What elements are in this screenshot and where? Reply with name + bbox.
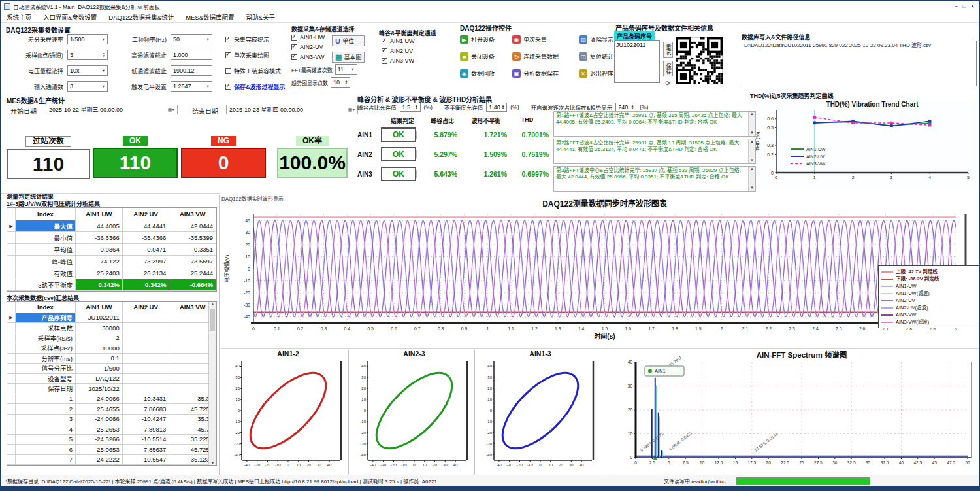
serial-input[interactable]: JU1022011 xyxy=(614,40,660,83)
table-row[interactable]: 保存日期2025/10/22 xyxy=(7,384,216,394)
menu-item-1[interactable]: 入口界面&参数设置 xyxy=(43,12,97,22)
table-row[interactable]: 1-24.0066-10.343135.35 xyxy=(7,394,216,405)
param-control-spin[interactable]: 3▲▼ xyxy=(67,50,108,60)
param-control-select[interactable]: 1.2647▼ xyxy=(171,81,212,92)
thd-control-spinner[interactable]: 240▲▼ xyxy=(615,103,636,112)
thd-table-row[interactable]: AIN3OK5.643%1.261%0.6997% xyxy=(357,167,553,181)
refresh-icon[interactable]: ⟳ xyxy=(665,80,670,87)
checkbox-icon[interactable] xyxy=(291,35,297,41)
divider xyxy=(219,195,220,477)
svg-text:-20: -20 xyxy=(244,290,250,295)
table-row[interactable]: ▶产品序列号JU1022011 xyxy=(7,313,216,324)
checkbox-icon[interactable] xyxy=(225,84,231,90)
cell-value: 30000 xyxy=(76,323,123,333)
end-date-picker[interactable]: 2025-10-23 星期四 00:00:00▦▾ xyxy=(226,105,358,114)
param-control-input[interactable]: 1.000 xyxy=(171,50,212,60)
scrollbar[interactable]: ▲▼ xyxy=(748,139,755,163)
table-row[interactable]: 有效值25.240326.313425.2444 xyxy=(7,267,216,279)
table-row[interactable]: 分辨率(ms)0.1 xyxy=(7,354,216,364)
table-row[interactable]: 采样点(3-2)10000 xyxy=(7,343,216,354)
save-button[interactable]: 保存 xyxy=(663,61,673,76)
window-control-2[interactable]: ✕ xyxy=(970,3,975,9)
scrollbar[interactable]: ▲▼ xyxy=(748,167,755,191)
legend-entry: 下限: -36.2V 判定线 xyxy=(881,275,979,282)
start-date-picker[interactable]: 2025-10-22 星期三 00:00:00▦▾ xyxy=(46,105,178,114)
analysis-log-1[interactable]: 第1路FFT谐波&占空比统计完毕: 25991 点, 基频 315 周期, 26… xyxy=(553,111,756,137)
continuous-capture-button[interactable]: ↻连续采集数据 xyxy=(512,52,578,61)
table-row[interactable]: 225.46557.8668345.7252 xyxy=(7,404,216,415)
checkbox-icon[interactable] xyxy=(291,44,297,50)
thd-control-spinner[interactable]: 1.5▲▼ xyxy=(400,103,421,112)
param-control-select[interactable]: 10x▼ xyxy=(67,65,108,76)
open-device-button[interactable]: ▶打开设备 xyxy=(460,35,511,44)
analysis-log-2[interactable]: 第2路FFT谐波&占空比统计完毕: 25991 点, 基频 13 周期, 315… xyxy=(553,139,756,164)
menu-item-4[interactable]: 帮助&关于 xyxy=(246,12,275,22)
table-row[interactable]: 采样率(kS/s)2 xyxy=(7,333,216,344)
thd-control-spinner[interactable]: 1.40▲▼ xyxy=(486,103,507,112)
button-label: 单次采集 xyxy=(523,35,547,44)
checkbox-icon[interactable] xyxy=(225,37,231,42)
checkbox-icon[interactable] xyxy=(382,39,387,44)
table-row[interactable]: 信号分压比1/500 xyxy=(7,364,216,374)
svg-text:-10: -10 xyxy=(527,463,533,467)
scrollbar[interactable]: ▲▼ xyxy=(748,112,755,136)
close-device-button[interactable]: ■关闭设备 xyxy=(460,52,511,61)
svg-text:0.4: 0.4 xyxy=(344,326,351,331)
param-control-select[interactable]: 3▼ xyxy=(67,81,108,92)
table-row[interactable]: 5-24.5266-10.551435.2257 xyxy=(7,435,216,445)
checkbox-icon[interactable] xyxy=(225,52,231,58)
chart-button[interactable]: ▦基本图 xyxy=(332,52,365,63)
svg-text:0.6: 0.6 xyxy=(391,326,397,331)
thd-table-row[interactable]: AIN1OK5.879%1.721%0.7001% xyxy=(357,127,553,142)
param-control-input[interactable]: 1900.12 xyxy=(171,65,212,76)
table-row[interactable]: 设备型号DAQ122 xyxy=(7,374,216,384)
checkbox-icon[interactable] xyxy=(291,54,297,60)
trend-points-spinner[interactable]: 10▲▼ xyxy=(331,77,350,88)
table-row[interactable]: 采样点数30000 xyxy=(7,323,216,333)
chevron-down-icon: ▼ xyxy=(100,37,105,41)
spinner-arrows-icon: ▲▼ xyxy=(345,80,348,85)
menu-item-3[interactable]: MES&数据库配置 xyxy=(186,12,234,22)
menu-item-2[interactable]: DAQ122数据采集&统计 xyxy=(108,12,174,22)
table-row[interactable]: 峰-峰值74.12273.399773.5697 xyxy=(7,256,216,267)
window-control-0[interactable]: − xyxy=(955,3,958,9)
counter-value: 100.0% xyxy=(277,148,348,178)
menu-item-0[interactable]: 系统主页 xyxy=(7,12,31,22)
table-row[interactable]: ▶最大值44.400544.444142.0444 xyxy=(7,220,216,232)
checkbox-label[interactable]: 保存&波形过程显示 xyxy=(234,82,286,91)
judge-checkbox-row: AIN1 UW xyxy=(382,38,440,44)
thd-value: 0.7519% xyxy=(511,150,553,158)
checkbox-icon[interactable] xyxy=(225,68,231,74)
table-row[interactable]: 3-24.0066-10.424735.35 xyxy=(7,415,216,425)
file-path-box[interactable]: D:\DAQ122\Data\JU1022011-25991 829 022 2… xyxy=(742,41,977,86)
save-analysis-button[interactable]: ▣分析数据保存 xyxy=(512,69,578,78)
unit-button[interactable]: U单位 xyxy=(332,35,365,46)
analysis-log-3[interactable]: 第3路FFT谐波中心&占空比统计完毕: 25937 点, 基频 533 周期, … xyxy=(553,166,756,192)
result-badge: OK xyxy=(381,127,416,142)
row-label: 最大值 xyxy=(16,220,76,231)
scroll-thumb[interactable] xyxy=(210,309,215,331)
counter-OK率: OK率100.0% xyxy=(277,136,348,178)
chevron-down-icon: ▼ xyxy=(204,84,210,88)
table-row[interactable]: 最小值-36.6366-35.4366-35.5399 xyxy=(7,232,216,244)
table-row[interactable]: 625.06537.8563745.7252 xyxy=(7,445,216,455)
table-row[interactable]: 7-24.2222-10.554735.1233 xyxy=(7,455,216,466)
svg-text:1.1: 1.1 xyxy=(508,326,514,331)
row-marker: ▶ xyxy=(7,313,16,323)
table-row[interactable]: 3路不平衡度0.342%0.342%-0.664% xyxy=(7,279,216,291)
table-row[interactable]: 425.26537.8981345.75 xyxy=(7,424,216,435)
scrollbar[interactable]: ▲▼ xyxy=(208,302,216,465)
thd-table-row[interactable]: AIN2OK5.297%1.509%0.7519% xyxy=(357,147,553,161)
param-control-select[interactable]: 50▼ xyxy=(171,34,212,44)
table-row[interactable]: 平均值0.03640.04710.3351 xyxy=(7,244,216,256)
window-control-1[interactable]: □ xyxy=(962,3,966,9)
param-control-select[interactable]: 1/500▼ xyxy=(67,34,108,44)
retry-button[interactable]: 重试 xyxy=(663,42,673,58)
single-capture-button[interactable]: ◉单次采集 xyxy=(512,35,578,44)
checkbox-icon[interactable] xyxy=(382,58,387,64)
replay-button[interactable]: ◈数据回放 xyxy=(460,69,511,78)
fft-order-select[interactable]: 11▼ xyxy=(335,64,357,75)
checkbox-label: 特殊工装兼容模式 xyxy=(234,67,281,75)
svg-text:25: 25 xyxy=(799,460,804,465)
checkbox-icon[interactable] xyxy=(382,48,387,54)
